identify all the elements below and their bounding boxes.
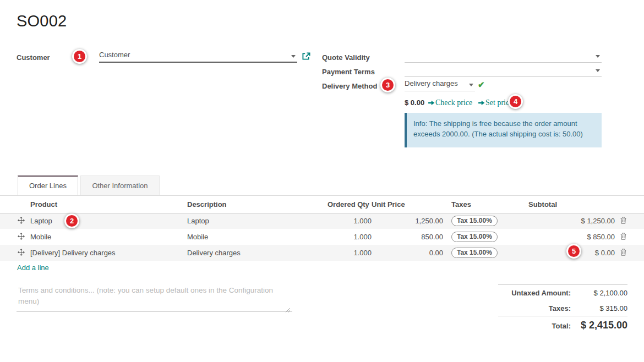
add-a-line-link[interactable]: Add a line — [17, 264, 49, 272]
chevron-down-icon[interactable] — [291, 55, 296, 58]
check-price-link[interactable]: Check price — [428, 98, 472, 107]
taxes-column-header: Taxes — [443, 196, 528, 213]
annotation-badge-1: 1 — [72, 49, 87, 64]
drag-handle-icon[interactable] — [18, 217, 25, 224]
taxes-label: Taxes: — [498, 304, 571, 312]
annotation-badge-3: 3 — [380, 78, 395, 92]
description-cell[interactable]: Laptop — [184, 213, 328, 229]
delete-row-icon[interactable] — [620, 232, 627, 240]
description-column-header: Description — [184, 196, 328, 213]
tax-badge[interactable]: Tax 15.00% — [451, 248, 498, 258]
ordered-qty-cell[interactable]: 1.000 — [328, 229, 372, 245]
page-title: SO002 — [17, 12, 67, 30]
annotation-badge-2: 2 — [64, 213, 79, 228]
customer-label: Customer — [17, 53, 50, 62]
drag-handle-icon[interactable] — [18, 233, 25, 240]
chevron-down-icon[interactable] — [596, 69, 600, 72]
chevron-down-icon[interactable] — [596, 55, 600, 58]
table-row[interactable]: [Delivery] Delivery charges Delivery cha… — [0, 245, 644, 261]
delivery-price-amount: $ 0.00 — [405, 98, 424, 107]
annotation-badge-5: 5 — [566, 244, 581, 259]
customer-field[interactable]: Customer — [99, 50, 297, 63]
customer-value: Customer — [99, 51, 130, 59]
unit-price-cell[interactable]: 0.00 — [372, 245, 443, 261]
table-row[interactable]: Laptop Laptop 1.000 1,250.00 Tax 15.00% … — [0, 213, 644, 229]
untaxed-amount-row: Untaxed Amount: $ 2,100.00 — [498, 285, 627, 300]
quote-validity-field[interactable] — [405, 50, 602, 63]
unit-price-cell[interactable]: 1,250.00 — [372, 213, 443, 229]
payment-terms-label: Payment Terms — [322, 68, 375, 76]
ordered-qty-column-header: Ordered Qty — [328, 196, 372, 213]
taxes-value: $ 315.00 — [571, 304, 627, 312]
delivery-method-label: Delivery Method — [322, 82, 377, 90]
actions-column-header — [615, 196, 644, 213]
table-header-row: Product Description Ordered Qty Unit Pri… — [0, 196, 644, 213]
delivery-method-field[interactable]: Delivery charges — [405, 78, 475, 91]
description-cell[interactable]: Delivery charges — [184, 245, 328, 261]
product-cell[interactable]: Mobile — [28, 229, 184, 245]
annotation-badge-4: 4 — [508, 94, 523, 109]
ordered-qty-cell[interactable]: 1.000 — [328, 245, 372, 261]
shipping-info-alert: Info: The shipping is free because the o… — [405, 113, 602, 147]
drag-handle-icon[interactable] — [18, 249, 25, 256]
total-value: $ 2,415.00 — [571, 320, 627, 331]
delete-row-icon[interactable] — [620, 216, 627, 224]
terms-and-conditions-input[interactable] — [17, 283, 292, 312]
subtotal-column-header: Subtotal — [528, 196, 615, 213]
set-price-link[interactable]: Set price — [478, 98, 512, 107]
external-link-icon[interactable] — [302, 52, 310, 63]
product-column-header: Product — [28, 196, 184, 213]
unit-price-column-header: Unit Price — [372, 196, 443, 213]
order-lines-table: Product Description Ordered Qty Unit Pri… — [0, 196, 644, 261]
product-cell[interactable]: [Delivery] Delivery charges — [28, 245, 184, 261]
total-row: Total: $ 2,415.00 — [498, 316, 627, 334]
check-price-label: Check price — [435, 98, 472, 107]
tax-badge[interactable]: Tax 15.00% — [451, 232, 498, 242]
untaxed-amount-value: $ 2,100.00 — [571, 289, 627, 297]
tab-order-lines[interactable]: Order Lines — [18, 175, 78, 195]
unit-price-cell[interactable]: 850.00 — [372, 229, 443, 245]
description-cell[interactable]: Mobile — [184, 229, 328, 245]
table-row[interactable]: Mobile Mobile 1.000 850.00 Tax 15.00% $ … — [0, 229, 644, 245]
tax-badge[interactable]: Tax 15.00% — [451, 216, 498, 226]
payment-terms-field[interactable] — [405, 64, 602, 77]
subtotal-cell: $ 850.00 — [528, 229, 615, 245]
sale-order-form: SO002 Customer 1 Customer Quote Validity… — [0, 0, 644, 362]
chevron-down-icon[interactable] — [469, 84, 473, 86]
product-cell[interactable]: Laptop — [28, 213, 184, 229]
delivery-method-value: Delivery charges — [405, 79, 458, 87]
totals-block: Untaxed Amount: $ 2,100.00 Taxes: $ 315.… — [498, 284, 627, 334]
subtotal-cell: $ 1,250.00 — [528, 213, 615, 229]
handle-column-header — [0, 196, 28, 213]
notebook-tabbar: Order Lines Other Information — [0, 175, 644, 196]
taxes-row: Taxes: $ 315.00 — [498, 300, 627, 316]
delete-row-icon[interactable] — [620, 248, 627, 256]
textarea-resize-handle[interactable] — [285, 305, 291, 315]
tab-other-information[interactable]: Other Information — [80, 175, 159, 195]
total-label: Total: — [498, 322, 571, 330]
quote-validity-label: Quote Validity — [322, 53, 370, 62]
success-check-icon: ✔ — [478, 80, 485, 90]
ordered-qty-cell[interactable]: 1.000 — [328, 213, 372, 229]
untaxed-amount-label: Untaxed Amount: — [498, 289, 571, 297]
